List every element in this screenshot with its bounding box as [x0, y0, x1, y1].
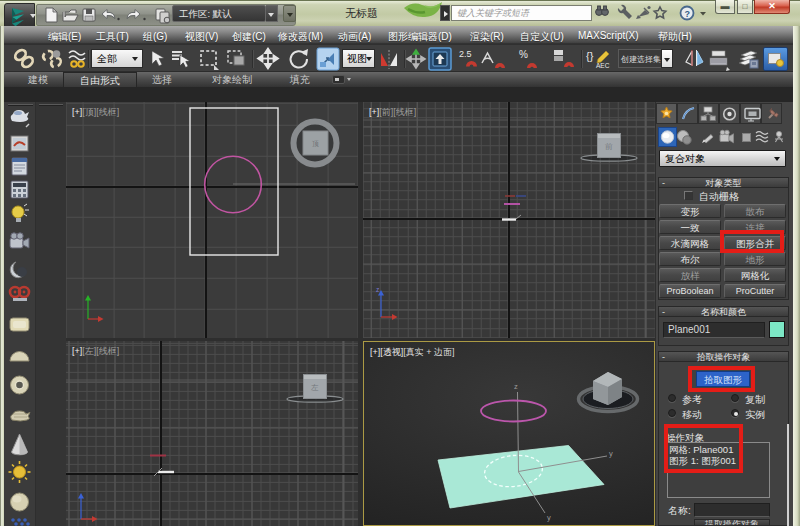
svg-text:前: 前	[605, 142, 613, 151]
svg-text:?: ?	[685, 9, 691, 19]
svg-text:{}: {}	[586, 50, 594, 62]
svg-text:左: 左	[311, 383, 319, 392]
svg-text:顶: 顶	[312, 140, 319, 148]
svg-text:z: z	[376, 286, 379, 293]
svg-text:2.5: 2.5	[459, 49, 472, 59]
svg-text:y: y	[609, 449, 613, 458]
svg-text:AEC: AEC	[596, 62, 610, 69]
svg-text:y: y	[547, 513, 551, 522]
svg-text:%: %	[519, 49, 528, 60]
svg-text:z: z	[514, 382, 518, 391]
